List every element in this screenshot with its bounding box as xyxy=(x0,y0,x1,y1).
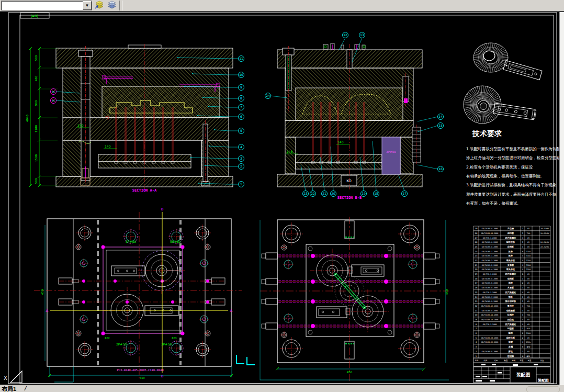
svg-text:16: 16 xyxy=(438,167,443,171)
svg-text:代号: 代号 xyxy=(484,360,488,362)
svg-text:4040: 4040 xyxy=(26,115,29,122)
drawing-sheet[interactable]: (A0)X14014050040090011001500500404011109… xyxy=(0,12,564,385)
svg-text:内六角螺钉: 内六角螺钉 xyxy=(505,273,517,276)
svg-text:45: 45 xyxy=(527,351,529,353)
svg-text:GB/T70.1-2000: GB/T70.1-2000 xyxy=(483,323,497,326)
svg-text:9: 9 xyxy=(476,318,477,321)
svg-text:1: 1 xyxy=(522,300,524,303)
svg-text:数量: 数量 xyxy=(504,360,508,362)
layer-combobox[interactable]: ▼ xyxy=(1,1,92,10)
svg-text:GB/T4169.1-2006: GB/T4169.1-2006 xyxy=(482,255,498,257)
svg-text:GB/T4169.8-2006: GB/T4169.8-2006 xyxy=(482,278,498,280)
svg-text:带头导柱: 带头导柱 xyxy=(506,268,516,271)
svg-text:限位钉: 限位钉 xyxy=(507,318,514,321)
vertical-scrollbar[interactable] xyxy=(559,12,564,385)
svg-text:45: 45 xyxy=(527,241,529,243)
svg-text:1: 1 xyxy=(522,241,524,243)
svg-text:12: 12 xyxy=(475,305,478,307)
svg-text:推杆固定板: 推杆固定板 xyxy=(505,300,517,303)
svg-text:有变形，如有不采，修模重试.: 有变形，如有不采，修模重试. xyxy=(466,201,518,206)
svg-text:内六角螺钉: 内六角螺钉 xyxy=(505,323,517,326)
svg-text:45: 45 xyxy=(527,296,529,298)
svg-text:140: 140 xyxy=(77,124,84,127)
svg-text:145: 145 xyxy=(287,150,293,153)
svg-text:定距拉板: 定距拉板 xyxy=(506,337,516,339)
chevron-down-icon[interactable]: ▼ xyxy=(83,1,92,10)
layer-previous-button[interactable] xyxy=(106,1,117,10)
svg-text:4: 4 xyxy=(522,341,524,343)
svg-text:8: 8 xyxy=(522,345,524,348)
svg-text:A: A xyxy=(46,309,49,313)
svg-text:垫块: 垫块 xyxy=(508,282,513,284)
svg-text:22: 22 xyxy=(475,259,478,262)
plan-view-fixed-half: BBAASP#50SP#502P#503P#50E02E03PC3-4040-A… xyxy=(34,207,242,382)
svg-text:28: 28 xyxy=(475,232,478,234)
svg-text:65Mn: 65Mn xyxy=(526,341,531,343)
svg-text:撑柱: 撑柱 xyxy=(508,350,513,353)
svg-text:3: 3 xyxy=(476,345,477,348)
svg-text:B: B xyxy=(161,374,164,378)
svg-text:45: 45 xyxy=(527,300,529,303)
svg-text:2: 2 xyxy=(240,164,242,168)
svg-text:4: 4 xyxy=(522,291,524,294)
svg-text:4: 4 xyxy=(522,305,524,307)
svg-text:1: 1 xyxy=(522,277,524,280)
svg-text:型芯: 型芯 xyxy=(508,332,513,334)
make-layer-current-icon xyxy=(95,1,104,10)
svg-text:45: 45 xyxy=(527,292,529,294)
svg-text:X: X xyxy=(4,375,7,381)
svg-text:GB/T4169.3-2006: GB/T4169.3-2006 xyxy=(482,260,498,262)
svg-text:3: 3 xyxy=(240,156,242,160)
svg-text:装配图: 装配图 xyxy=(537,378,549,383)
svg-text:4: 4 xyxy=(522,259,524,262)
svg-text:T10A: T10A xyxy=(526,260,531,262)
svg-text:序号: 序号 xyxy=(475,360,479,362)
svg-text:T8A: T8A xyxy=(526,305,531,307)
svg-text:涂上红丹油与另一分型面进行对磨研合，检查分型面贴合情况.: 涂上红丹油与另一分型面进行对磨研合，检查分型面贴合情况. xyxy=(466,155,564,160)
svg-text:28~32HRC: 28~32HRC xyxy=(540,241,549,243)
svg-text:450: 450 xyxy=(445,289,448,295)
svg-text:11: 11 xyxy=(475,309,478,312)
svg-text:1: 1 xyxy=(522,327,524,330)
svg-text:GB/T4169.4-2006: GB/T4169.4-2006 xyxy=(482,268,498,271)
svg-text:14: 14 xyxy=(438,115,443,118)
svg-text:1: 1 xyxy=(522,309,524,312)
svg-text:T10A: T10A xyxy=(526,264,531,266)
svg-text:E03: E03 xyxy=(172,337,177,340)
svg-text:1: 1 xyxy=(476,355,477,357)
svg-text:T10A: T10A xyxy=(526,251,531,253)
svg-text:GB/T4169.4-2006: GB/T4169.4-2006 xyxy=(482,228,498,230)
svg-text:4: 4 xyxy=(522,254,524,257)
bom-table: 29GB/T4169.4-2006定位圈14528~32HRC28GB/T416… xyxy=(473,226,550,367)
svg-text:定模座板: 定模座板 xyxy=(506,241,516,243)
svg-text:45: 45 xyxy=(52,99,55,102)
drawing-canvas[interactable]: (A0)X14014050040090011001500500404011109… xyxy=(0,12,564,385)
svg-text:1: 1 xyxy=(522,227,524,230)
layout-tab[interactable]: 布局1 xyxy=(2,385,16,392)
svg-text:B: B xyxy=(161,207,164,211)
tab-divider: / xyxy=(25,384,27,392)
svg-text:24: 24 xyxy=(266,94,270,97)
svg-text:9: 9 xyxy=(240,85,242,89)
svg-text:GB/T4169.14-2006: GB/T4169.14-2006 xyxy=(481,314,499,316)
svg-text:GB/T4169.20-2006: GB/T4169.20-2006 xyxy=(481,337,499,339)
svg-text:4: 4 xyxy=(522,323,524,326)
isometric-part-views xyxy=(464,43,542,124)
svg-text:单重: 单重 xyxy=(520,359,524,362)
svg-text:推杆: 推杆 xyxy=(508,254,513,257)
svg-text:8: 8 xyxy=(522,355,524,357)
svg-text:GB/T70.1-2000: GB/T70.1-2000 xyxy=(483,237,497,239)
svg-text:450: 450 xyxy=(347,371,353,374)
svg-text:45: 45 xyxy=(527,273,529,275)
svg-text:2: 2 xyxy=(522,337,524,339)
svg-text:内六角螺钉: 内六角螺钉 xyxy=(505,291,517,294)
svg-text:水嘴: 水嘴 xyxy=(508,345,513,349)
svg-text:7: 7 xyxy=(240,105,242,109)
svg-text:1: 1 xyxy=(240,182,242,186)
svg-text:T8A: T8A xyxy=(526,314,531,316)
svg-text:带头导套: 带头导套 xyxy=(506,259,516,262)
svg-text:GB/T70.1-2000: GB/T70.1-2000 xyxy=(483,292,497,294)
svg-text:1: 1 xyxy=(522,296,524,298)
svg-text:GB/T4169.6-2006: GB/T4169.6-2006 xyxy=(482,282,498,284)
make-object-layer-current-button[interactable] xyxy=(93,1,105,10)
